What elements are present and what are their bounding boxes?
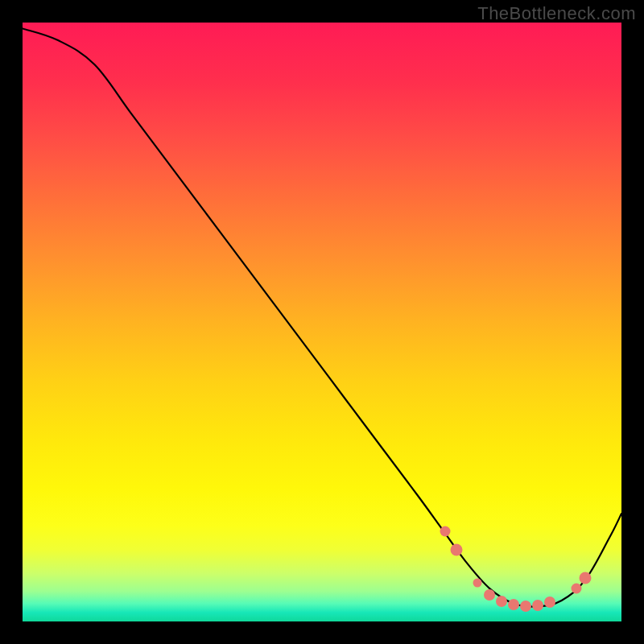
marker-dot [544,597,555,608]
marker-dots-layer [23,23,621,621]
marker-dot [473,578,482,587]
marker-dot [580,572,592,584]
marker-dot [496,596,507,607]
chart-plot-area [23,23,621,621]
attribution-text: TheBottleneck.com [477,3,636,24]
marker-dot [484,589,495,601]
marker-dot [440,526,450,537]
marker-dot [532,600,543,611]
marker-dot [508,599,519,610]
marker-dot [451,543,463,555]
marker-dot [520,601,531,612]
marker-dot [572,584,582,594]
